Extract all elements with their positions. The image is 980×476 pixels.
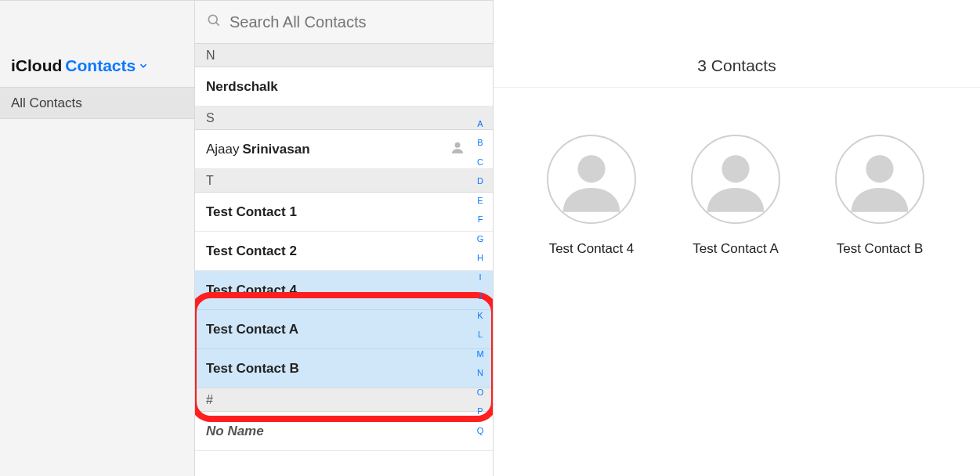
section-letter: N: [206, 49, 215, 63]
me-icon: [450, 139, 465, 159]
alpha-index-rail[interactable]: A B C D E F G H I J K L M N O P Q: [472, 114, 488, 476]
contact-last: Srinivasan: [243, 142, 310, 157]
contact-card-name: Test Contact A: [693, 241, 779, 257]
index-letter[interactable]: C: [477, 153, 483, 172]
index-letter[interactable]: B: [477, 134, 483, 153]
avatar-placeholder-icon: [835, 135, 924, 224]
contact-name: Test Contact A: [206, 322, 298, 337]
sidebar-item-label: All Contacts: [11, 96, 82, 111]
status-spacer: [0, 0, 194, 44]
svg-point-0: [208, 15, 217, 23]
contact-row[interactable]: Test Contact A: [195, 310, 493, 349]
contacts-list-pane: N Nerdschalk S Ajaay Srinivasan T Test C…: [195, 0, 494, 476]
contact-row[interactable]: Nerdschalk: [195, 67, 493, 106]
contact-name: Test Contact 2: [206, 243, 297, 259]
section-header-t: T: [195, 169, 493, 193]
contact-row[interactable]: Test Contact 4: [195, 271, 493, 310]
section-header-n: N: [195, 44, 493, 67]
app-root: iCloud Contacts All Contacts N Nerdschal…: [0, 0, 980, 476]
chevron-down-icon: [138, 60, 149, 71]
contact-row[interactable]: Test Contact 1: [195, 193, 493, 232]
index-letter[interactable]: O: [477, 383, 484, 402]
contact-card-name: Test Contact B: [837, 241, 924, 257]
index-letter[interactable]: J: [478, 287, 483, 307]
detail-cards: Test Contact 4 Test Contact A Test Conta…: [494, 88, 980, 257]
detail-spacer: [494, 0, 980, 44]
section-letter: T: [206, 174, 214, 188]
section-header-hash: #: [195, 388, 493, 412]
search-icon: [206, 13, 222, 31]
contact-name: Test Contact 1: [206, 204, 297, 220]
svg-line-1: [216, 23, 219, 26]
svg-point-4: [577, 155, 605, 182]
contact-card-name: Test Contact 4: [549, 241, 635, 257]
contacts-list-body: N Nerdschalk S Ajaay Srinivasan T Test C…: [195, 44, 493, 476]
index-letter[interactable]: P: [477, 402, 483, 422]
contact-row[interactable]: Test Contact 2: [195, 232, 493, 271]
avatar-placeholder-icon: [547, 135, 636, 224]
index-letter[interactable]: K: [477, 306, 483, 326]
contact-name: No Name: [206, 424, 264, 439]
brand-icloud-label: iCloud: [11, 56, 62, 75]
sidebar-item-all-contacts[interactable]: All Contacts: [0, 88, 194, 119]
index-letter[interactable]: G: [477, 229, 484, 249]
contact-card[interactable]: Test Contact 4: [545, 135, 638, 257]
contact-card[interactable]: Test Contact A: [689, 135, 782, 257]
sidebar: iCloud Contacts All Contacts: [0, 0, 195, 476]
section-header-s: S: [195, 106, 493, 130]
contact-name: Nerdschalk: [206, 79, 278, 95]
avatar-placeholder-icon: [691, 135, 780, 224]
detail-title: 3 Contacts: [494, 44, 980, 88]
index-letter[interactable]: A: [477, 114, 483, 134]
contact-row[interactable]: No Name: [195, 412, 493, 451]
contact-card[interactable]: Test Contact B: [834, 135, 926, 257]
index-letter[interactable]: H: [477, 249, 483, 269]
svg-point-8: [866, 155, 893, 182]
search-row: [195, 0, 493, 44]
index-letter[interactable]: I: [479, 268, 481, 287]
section-letter: #: [206, 393, 213, 407]
index-letter[interactable]: Q: [477, 421, 484, 441]
search-input[interactable]: [230, 13, 482, 31]
index-letter[interactable]: F: [478, 211, 483, 230]
contact-name: Test Contact B: [206, 361, 299, 377]
detail-title-text: 3 Contacts: [697, 56, 776, 75]
index-letter[interactable]: L: [478, 326, 483, 345]
brand-contacts-label: Contacts: [65, 56, 149, 75]
index-letter[interactable]: N: [477, 364, 483, 384]
contact-row[interactable]: Test Contact B: [195, 349, 493, 388]
brand-contacts-text: Contacts: [65, 56, 136, 75]
contact-first: Ajaay: [206, 142, 240, 157]
svg-point-2: [455, 142, 461, 147]
index-letter[interactable]: D: [477, 172, 483, 192]
section-letter: S: [206, 111, 215, 125]
svg-point-6: [721, 155, 749, 182]
detail-pane: 3 Contacts Test Contact 4 Test Contact A: [494, 0, 980, 476]
app-title-dropdown[interactable]: iCloud Contacts: [0, 44, 194, 88]
index-letter[interactable]: E: [477, 191, 483, 211]
contact-name: Test Contact 4: [206, 283, 297, 298]
index-letter[interactable]: M: [476, 344, 483, 364]
contact-row[interactable]: Ajaay Srinivasan: [195, 130, 493, 169]
